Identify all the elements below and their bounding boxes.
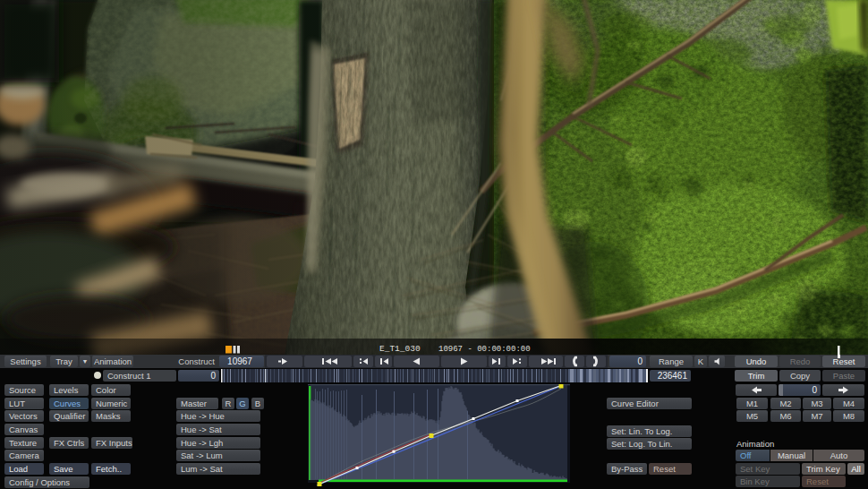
svg-text:E_T1_030: E_T1_030 xyxy=(379,344,421,354)
svg-text:10967 - 00:00:00:00: 10967 - 00:00:00:00 xyxy=(438,345,531,354)
